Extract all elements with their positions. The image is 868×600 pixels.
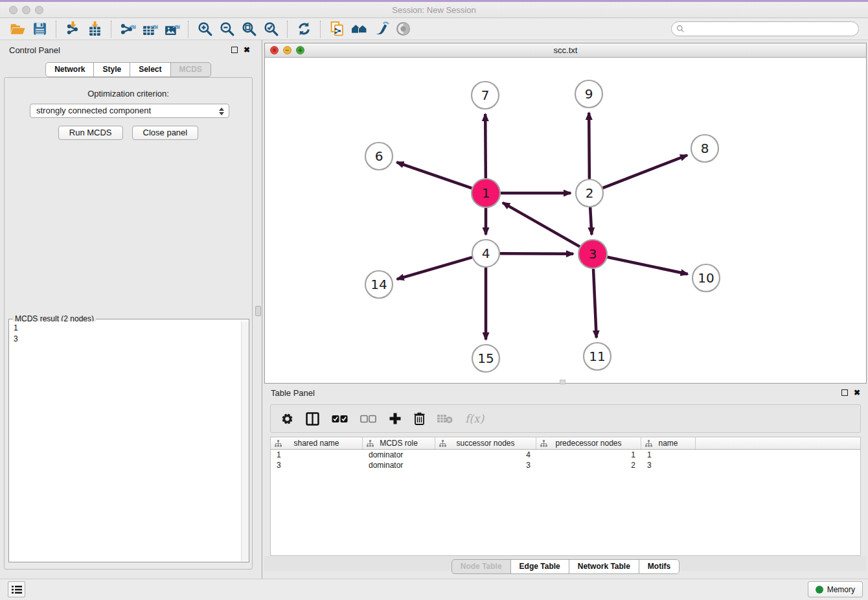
unchecked-boxes-button[interactable] <box>360 415 376 423</box>
edge-3-10[interactable] <box>608 257 688 274</box>
memory-button[interactable]: Memory <box>808 581 863 597</box>
table-cell[interactable]: 3 <box>435 460 536 470</box>
column-header-MCDS-role[interactable]: MCDS role <box>363 437 435 449</box>
table-row[interactable]: 3dominator323 <box>271 460 860 470</box>
edge-4-14[interactable] <box>397 257 472 279</box>
node-label-8: 8 <box>701 141 709 156</box>
splitter-handle[interactable] <box>255 306 261 316</box>
plus-button[interactable] <box>389 412 402 425</box>
table-panel-title: Table Panel <box>271 388 315 398</box>
style-button[interactable] <box>370 19 392 39</box>
tab-select[interactable]: Select <box>130 62 170 77</box>
edge-1-7[interactable] <box>485 114 486 178</box>
node-label-3: 3 <box>589 246 597 262</box>
close-panel-icon[interactable]: ✖ <box>854 389 860 397</box>
import-table-button[interactable] <box>84 19 106 39</box>
search-box[interactable] <box>671 21 859 36</box>
export-table-icon <box>142 21 158 37</box>
network-window: × − + scc.txt 7968124314101511 <box>264 43 867 384</box>
edge-2-9[interactable] <box>589 113 589 179</box>
table-cell[interactable]: dominator <box>363 460 435 470</box>
tab-edge-table[interactable]: Edge Table <box>510 559 569 574</box>
export-image-button[interactable] <box>161 19 183 39</box>
home-button[interactable] <box>348 19 370 39</box>
table-cell[interactable]: 2 <box>536 460 641 470</box>
duplicate-network-button[interactable] <box>326 19 348 39</box>
search-input[interactable] <box>687 25 858 34</box>
table-cell[interactable]: 3 <box>641 460 696 470</box>
zoom-in-button[interactable] <box>194 19 216 39</box>
column-label: name <box>658 439 678 448</box>
zoom-out-button[interactable] <box>216 19 238 39</box>
zoom-selected-button[interactable] <box>260 19 282 39</box>
network-resize-handle[interactable] <box>560 380 565 384</box>
network-window-titlebar[interactable]: × − + scc.txt <box>265 43 866 58</box>
column-header-name[interactable]: name <box>641 437 696 449</box>
column-type-icon <box>439 440 446 447</box>
table-row[interactable]: 1dominator411 <box>271 450 860 460</box>
edge-2-8[interactable] <box>603 155 687 188</box>
node-table-header: shared nameMCDS rolesuccessor nodesprede… <box>271 437 860 450</box>
network-canvas[interactable]: 7968124314101511 <box>265 58 866 383</box>
tab-network-table[interactable]: Network Table <box>569 559 639 574</box>
table-cell[interactable]: 1 <box>271 450 363 460</box>
edge-3-11[interactable] <box>593 269 597 338</box>
status-bar: Memory <box>0 579 868 600</box>
columns-icon <box>306 412 319 426</box>
task-history-button[interactable] <box>8 581 25 597</box>
tab-node-table[interactable]: Node Table <box>451 559 511 574</box>
table-cell[interactable]: 3 <box>271 460 363 470</box>
column-header-shared-name[interactable]: shared name <box>271 437 363 449</box>
refresh-icon <box>296 21 312 37</box>
table-cell[interactable]: dominator <box>363 450 435 460</box>
node-label-6: 6 <box>375 148 383 164</box>
close-panel-button[interactable]: Close panel <box>132 126 199 140</box>
tab-network[interactable]: Network <box>45 62 94 77</box>
toolbar-separator <box>111 21 111 38</box>
search-icon <box>676 25 685 33</box>
control-panel-header: Control Panel ✖ <box>0 43 257 60</box>
close-panel-icon[interactable]: ✖ <box>244 46 250 54</box>
zoom-fit-button[interactable] <box>238 19 260 39</box>
export-network-icon <box>120 21 136 37</box>
open-button[interactable] <box>6 19 29 39</box>
edge-2-3[interactable] <box>590 207 591 235</box>
checked-boxes-button[interactable] <box>332 415 348 423</box>
export-network-button[interactable] <box>117 19 139 39</box>
toolbar-separator <box>320 21 321 38</box>
tab-mcds[interactable]: MCDS <box>170 62 211 77</box>
export-image-icon <box>164 21 180 37</box>
optimization-criterion-select[interactable]: strongly connected component <box>30 104 229 118</box>
export-table-button[interactable] <box>139 19 161 39</box>
run-mcds-button[interactable]: Run MCDS <box>58 126 123 140</box>
table-cell[interactable]: 1 <box>536 450 641 460</box>
trash-button[interactable] <box>414 412 425 425</box>
edge-1-6[interactable] <box>396 162 472 188</box>
node-label-7: 7 <box>481 87 490 103</box>
mcds-result-scrollbar[interactable] <box>241 321 249 561</box>
eye-button[interactable] <box>392 19 414 39</box>
node-table[interactable]: shared nameMCDS rolesuccessor nodesprede… <box>270 437 861 556</box>
float-panel-icon[interactable] <box>841 389 848 396</box>
plus-icon <box>389 412 402 425</box>
table-cell[interactable]: 4 <box>435 450 536 460</box>
float-panel-icon[interactable] <box>231 47 238 53</box>
tab-motifs[interactable]: Motifs <box>639 559 680 574</box>
vertical-splitter[interactable] <box>262 40 262 579</box>
table-cell[interactable]: 1 <box>641 450 696 460</box>
toolbar-separator <box>287 21 288 38</box>
column-header-predecessor-nodes[interactable]: predecessor nodes <box>536 437 641 449</box>
refresh-button[interactable] <box>293 19 315 39</box>
columns-button[interactable] <box>306 412 319 426</box>
app-window: { "window": { "title": "Session: New Ses… <box>0 0 868 600</box>
mcds-result-group: MCDS result (2 nodes) 1 3 <box>8 319 249 562</box>
gear-button[interactable] <box>281 413 293 425</box>
import-network-button[interactable] <box>62 19 84 39</box>
network-graph[interactable]: 7968124314101511 <box>265 58 866 383</box>
mcds-result-list[interactable]: 1 3 <box>10 321 240 561</box>
tab-style[interactable]: Style <box>93 62 130 77</box>
column-header-successor-nodes[interactable]: successor nodes <box>435 437 536 449</box>
save-button[interactable] <box>29 19 51 39</box>
edge-3-1[interactable] <box>503 203 580 247</box>
edge-4-3[interactable] <box>500 253 573 254</box>
